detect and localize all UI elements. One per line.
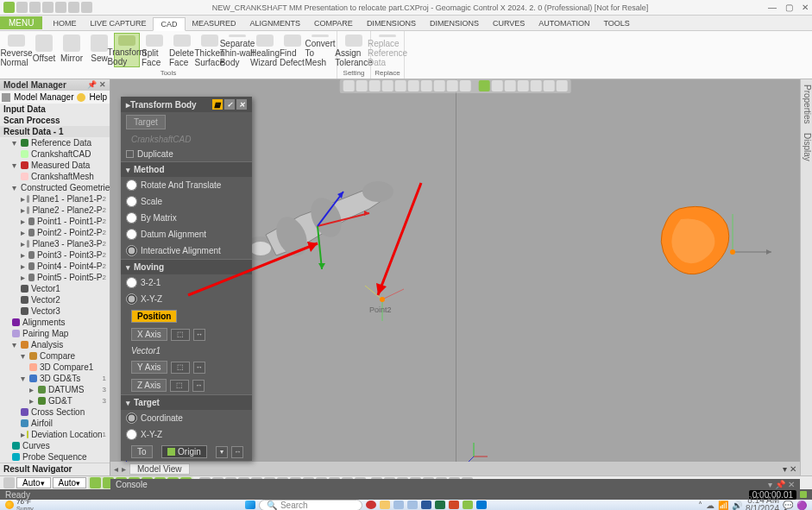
- qat-redo-icon[interactable]: [68, 2, 79, 13]
- tray-chevron-icon[interactable]: ˄: [698, 501, 702, 510]
- taskbar-app-excel-icon[interactable]: [435, 501, 445, 509]
- selector-auto-2[interactable]: Auto ▾: [53, 477, 87, 488]
- minimize-button[interactable]: —: [768, 3, 777, 12]
- node-analysis[interactable]: ▾Analysis: [0, 339, 110, 350]
- tab-livecapture[interactable]: LIVE CAPTURE: [83, 17, 153, 29]
- node-curves[interactable]: Curves: [0, 440, 110, 451]
- node-compare[interactable]: ▾Compare: [0, 350, 110, 362]
- mirror-button[interactable]: Mirror: [59, 33, 85, 67]
- dialog-ok-icon[interactable]: ✓: [224, 99, 235, 110]
- radio-scale[interactable]: Scale: [121, 193, 252, 210]
- delete-face-button[interactable]: Delete Face: [169, 33, 195, 67]
- assign-tolerance-button[interactable]: Assign Tolerance: [341, 33, 367, 67]
- node-measured-data[interactable]: ▾Measured Data: [0, 160, 110, 171]
- view-split-icon[interactable]: [368, 80, 380, 91]
- zaxis-pick-icon[interactable]: ⬚: [170, 380, 189, 392]
- section-target[interactable]: ▾ Target: [121, 394, 252, 410]
- section-moving[interactable]: ▾ Moving: [121, 259, 252, 274]
- start-button[interactable]: [245, 501, 255, 509]
- row-yaxis[interactable]: Y Axis⬚↔: [121, 358, 252, 376]
- node-constructed-geom[interactable]: ▾Constructed Geometries: [0, 182, 110, 193]
- qat-more-icon[interactable]: [81, 2, 92, 13]
- qat-open-icon[interactable]: [29, 2, 41, 13]
- offset-button[interactable]: Offset: [31, 33, 57, 67]
- taskbar-app-teams-icon[interactable]: [407, 501, 418, 509]
- node-pairing-map[interactable]: Pairing Map: [0, 328, 110, 339]
- selmode-icon[interactable]: [3, 477, 15, 488]
- taskbar-weather[interactable]: 76°F Sunny: [5, 498, 34, 510]
- origin-select[interactable]: Origin: [161, 445, 207, 458]
- windows-taskbar[interactable]: 76°F Sunny 🔍Search ˄ ☁ 📶 🔊 8:14 AM 8/1/2…: [0, 500, 812, 510]
- section-result-navigator[interactable]: Result Navigator: [0, 463, 110, 475]
- node-airfoil[interactable]: Airfoil: [0, 418, 110, 429]
- display-transparent-icon[interactable]: [518, 80, 529, 91]
- zaxis-flip-icon[interactable]: ↔: [192, 380, 205, 392]
- display-x-icon[interactable]: [557, 80, 568, 91]
- radio-interactive-alignment[interactable]: Interactive Alignment: [121, 242, 252, 259]
- origin-dropdown-icon[interactable]: ▾: [216, 446, 228, 458]
- view-top-icon[interactable]: [407, 80, 419, 91]
- view-iso-icon[interactable]: [446, 80, 457, 91]
- split-face-button[interactable]: Split Face: [142, 33, 167, 67]
- node-plane2[interactable]: ▸Plane2 - Plane2-P2: [0, 205, 110, 216]
- node-plane1[interactable]: ▸Plane1 - Plane1-P2: [0, 193, 110, 205]
- tray-wifi-icon[interactable]: 📶: [718, 501, 728, 510]
- yaxis-flip-icon[interactable]: ↔: [193, 362, 205, 374]
- tab-automation[interactable]: AUTOMATION: [532, 17, 596, 29]
- xaxis-flip-icon[interactable]: ↔: [193, 329, 205, 341]
- dialog-preview-icon[interactable]: ▦: [212, 99, 223, 110]
- node-gdt[interactable]: ▸GD&T3: [0, 395, 110, 406]
- taskbar-app-word-icon[interactable]: [421, 501, 431, 509]
- tab-tools[interactable]: TOOLS: [596, 17, 636, 29]
- duplicate-checkbox[interactable]: [126, 150, 134, 158]
- separate-thinwall-button[interactable]: Separate Thin-wall Body: [224, 33, 250, 67]
- viewtab-next-icon[interactable]: ▸: [122, 464, 126, 474]
- display-edges-icon[interactable]: [492, 80, 503, 91]
- tab-help[interactable]: Help: [89, 92, 107, 102]
- menu-button[interactable]: MENU: [0, 16, 42, 29]
- node-cross-section[interactable]: Cross Section: [0, 406, 110, 418]
- display-mode-shaded-icon[interactable]: [479, 80, 490, 91]
- transform-body-button[interactable]: Transform Body: [114, 33, 140, 67]
- tab-cad[interactable]: CAD: [153, 17, 185, 31]
- taskbar-app-outlook-icon[interactable]: [476, 501, 487, 509]
- radio-datum-alignment[interactable]: Datum Alignment: [121, 226, 252, 242]
- viewport-divider[interactable]: [456, 79, 456, 475]
- node-3d-gdts[interactable]: ▾3D GD&Ts1: [0, 373, 110, 384]
- taskbar-app-edge-icon[interactable]: [393, 501, 404, 509]
- viewtab-menu-icon[interactable]: ▾ ✕: [783, 464, 796, 474]
- display-wireframe-icon[interactable]: [505, 80, 516, 91]
- origin-flip-icon[interactable]: ↔: [231, 446, 243, 458]
- dialog-cancel-icon[interactable]: ✕: [236, 99, 247, 110]
- radio-rotate-translate[interactable]: Rotate And Translate: [121, 177, 252, 193]
- view-mode-icon[interactable]: [343, 80, 354, 91]
- view-front-icon[interactable]: [420, 80, 431, 91]
- taskbar-app-explorer-icon[interactable]: [380, 501, 390, 509]
- console-menu-icon[interactable]: ▾ 📌 ✕: [768, 480, 795, 489]
- node-point3[interactable]: ▸Point3 - Point3-P2: [0, 249, 110, 261]
- find-defect-button[interactable]: Find Defect: [280, 33, 305, 67]
- node-point5[interactable]: ▸Point5 - Point5-P2: [0, 272, 110, 283]
- node-point4[interactable]: ▸Point4 - Point4-P2: [0, 261, 110, 272]
- section-input-data[interactable]: Input Data: [0, 104, 110, 115]
- taskbar-search[interactable]: 🔍Search: [259, 500, 362, 511]
- tray-notifications-icon[interactable]: 💬: [783, 501, 793, 510]
- radio-by-matrix[interactable]: By Matrix: [121, 210, 252, 226]
- tray-volume-icon[interactable]: 🔊: [732, 501, 742, 510]
- tab-model-manager[interactable]: Model Manager: [14, 92, 73, 102]
- qat-undo-icon[interactable]: [55, 2, 66, 13]
- yaxis-pick-icon[interactable]: ⬚: [171, 362, 190, 374]
- node-vector3[interactable]: Vector3: [0, 305, 110, 317]
- qat-new-icon[interactable]: [16, 2, 28, 13]
- view-ortho-icon[interactable]: [356, 80, 367, 91]
- taskbar-app-cx-icon[interactable]: [463, 501, 473, 509]
- viewtab-prev-icon[interactable]: ◂: [114, 464, 118, 474]
- node-crankshaftcad[interactable]: CrankshaftCAD: [0, 148, 110, 160]
- row-zaxis[interactable]: Z Axis⬚↔: [121, 376, 252, 394]
- node-crankshaftmesh[interactable]: CrankshaftMesh: [0, 171, 110, 182]
- crankshaft-model[interactable]: [240, 166, 395, 278]
- node-3dcompare1[interactable]: 3D Compare1: [0, 362, 110, 373]
- qat-save-icon[interactable]: [42, 2, 54, 13]
- viewport[interactable]: Point2 2.5 in Rotate Crankshaft MM Using…: [110, 79, 800, 475]
- display-silhouette-icon[interactable]: [544, 80, 555, 91]
